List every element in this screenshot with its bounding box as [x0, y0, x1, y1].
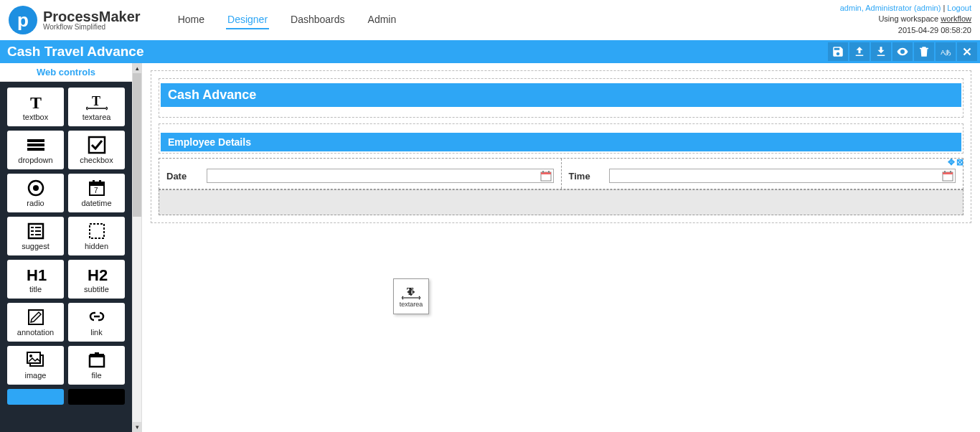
delete-icon[interactable]: [914, 42, 934, 61]
svg-rect-19: [31, 234, 34, 235]
control-annotation[interactable]: annotation: [7, 303, 64, 342]
time-label: Time: [569, 171, 605, 182]
svg-rect-16: [35, 227, 41, 228]
control-textbox[interactable]: Ttextbox: [7, 88, 64, 126]
main-nav: Home Designer Dashboards Admin: [176, 11, 398, 29]
svg-rect-11: [93, 180, 95, 184]
svg-point-27: [29, 354, 32, 357]
controls-grid: Ttextbox Ttextarea dropdown checkbox rad…: [0, 82, 132, 410]
control-hidden[interactable]: hidden: [68, 217, 125, 255]
svg-rect-3: [27, 139, 44, 142]
form-container: Cash Advance Employee Details ✥ ⊠ Date T…: [151, 70, 971, 223]
svg-rect-37: [944, 171, 946, 173]
controls-sidebar: Web controls Ttextbox Ttextarea dropdown…: [0, 63, 132, 432]
svg-text:T: T: [30, 93, 42, 111]
save-icon[interactable]: [828, 42, 848, 61]
brand-tagline: Workflow Simplified: [43, 24, 141, 31]
svg-rect-18: [35, 230, 41, 232]
control-dropdown[interactable]: dropdown: [7, 131, 64, 169]
control-datetime[interactable]: 7datetime: [68, 174, 125, 212]
svg-rect-34: [548, 171, 550, 173]
control-swatch-black[interactable]: [68, 389, 125, 405]
form-title: Cash Travel Advance: [7, 44, 143, 60]
time-cell[interactable]: Time: [562, 159, 963, 189]
move-row-icon[interactable]: ✥: [947, 158, 956, 166]
svg-rect-21: [90, 224, 104, 238]
svg-rect-10: [90, 182, 104, 186]
control-textarea[interactable]: Ttextarea: [68, 88, 125, 126]
date-input[interactable]: [207, 169, 554, 183]
sidebar-scrollbar[interactable]: ▴ ▾: [132, 63, 142, 432]
svg-rect-30: [95, 352, 99, 354]
preview-icon[interactable]: [892, 42, 913, 61]
brand-logo: p ProcessMaker Workflow Simplified: [9, 6, 141, 34]
time-input[interactable]: [609, 169, 956, 183]
brand-name: ProcessMaker: [43, 9, 141, 24]
nav-admin[interactable]: Admin: [367, 11, 398, 29]
svg-rect-17: [31, 230, 34, 232]
form-heading[interactable]: Cash Advance: [161, 83, 961, 107]
svg-rect-20: [35, 234, 41, 235]
nav-dashboards[interactable]: Dashboards: [289, 11, 347, 29]
svg-rect-33: [542, 171, 544, 173]
control-file[interactable]: file: [68, 346, 125, 385]
delete-row-icon[interactable]: ⊠: [956, 158, 964, 166]
user-link[interactable]: admin, Administrator (admin): [840, 4, 941, 12]
scroll-down-icon[interactable]: ▾: [133, 422, 141, 432]
control-subtitle[interactable]: H2subtitle: [68, 260, 125, 299]
control-suggest[interactable]: suggest: [7, 217, 64, 255]
title-toolbar: Aあ: [828, 42, 977, 61]
language-icon[interactable]: Aあ: [936, 42, 956, 61]
svg-rect-5: [27, 148, 44, 151]
main-area: Web controls Ttextbox Ttextarea dropdown…: [0, 63, 980, 432]
logout-link[interactable]: Logout: [947, 4, 971, 12]
control-title[interactable]: H1title: [7, 260, 64, 299]
svg-rect-4: [27, 144, 44, 146]
import-icon[interactable]: [871, 42, 891, 61]
close-icon[interactable]: [957, 42, 977, 61]
svg-rect-38: [950, 171, 951, 173]
export-icon[interactable]: [849, 42, 870, 61]
app-header: p ProcessMaker Workflow Simplified Home …: [0, 0, 980, 40]
date-label: Date: [166, 171, 202, 182]
svg-text:H2: H2: [88, 266, 108, 283]
control-link[interactable]: link: [68, 303, 125, 342]
form-canvas[interactable]: Cash Advance Employee Details ✥ ⊠ Date T…: [142, 63, 980, 432]
scroll-up-icon[interactable]: ▴: [133, 63, 141, 73]
svg-text:7: 7: [94, 187, 98, 194]
date-cell[interactable]: Date: [159, 159, 562, 189]
section-heading[interactable]: Employee Details: [161, 133, 961, 151]
nav-designer[interactable]: Designer: [226, 11, 269, 29]
scroll-thumb[interactable]: [133, 73, 141, 217]
svg-rect-15: [31, 227, 34, 228]
svg-rect-6: [89, 137, 105, 153]
svg-rect-12: [99, 180, 101, 184]
svg-text:T: T: [92, 94, 100, 108]
control-checkbox[interactable]: checkbox: [68, 131, 125, 169]
nav-home[interactable]: Home: [176, 11, 206, 29]
calendar-icon[interactable]: [540, 170, 552, 182]
workspace-name: workflow: [941, 14, 971, 23]
svg-text:H1: H1: [27, 266, 47, 283]
header-status: admin, Administrator (admin) | Logout Us…: [840, 3, 971, 36]
control-image[interactable]: image: [7, 346, 64, 385]
svg-rect-28: [90, 356, 104, 367]
drop-target-row[interactable]: [159, 189, 963, 215]
control-swatch-blue[interactable]: [7, 389, 64, 405]
move-cursor-icon: ✥: [407, 286, 415, 298]
field-row[interactable]: ✥ ⊠ Date Time: [159, 158, 963, 189]
svg-point-8: [33, 185, 39, 191]
timestamp: 2015-04-29 08:58:20: [840, 25, 971, 36]
form-title-bar: Cash Travel Advance Aあ: [0, 40, 980, 63]
logo-icon: p: [9, 6, 37, 34]
control-radio[interactable]: radio: [7, 174, 64, 212]
calendar-icon[interactable]: [942, 170, 953, 182]
svg-text:Aあ: Aあ: [941, 49, 951, 56]
sidebar-header: Web controls: [0, 63, 132, 82]
